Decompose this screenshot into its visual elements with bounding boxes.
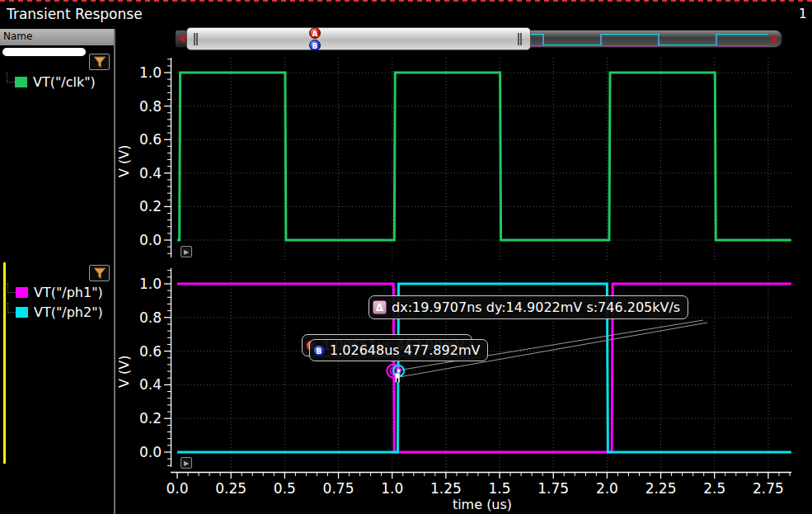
- strip-expand-button-bottom[interactable]: ▶: [181, 457, 192, 469]
- delta-text: dx:19.9707ns dy:14.9022mV s:746.205kV/s: [392, 299, 680, 315]
- marker-b-badge: B: [313, 345, 325, 356]
- svg-text:2.0: 2.0: [596, 480, 618, 497]
- x-axis-label: time (us): [177, 497, 787, 512]
- svg-text:0.25: 0.25: [215, 480, 246, 497]
- y-axis-label-bottom: V (V): [116, 309, 131, 433]
- svg-text:0.0: 0.0: [166, 480, 188, 497]
- svg-text:1.25: 1.25: [430, 480, 462, 497]
- svg-text:0.5: 0.5: [274, 480, 296, 497]
- strip-expand-button-top[interactable]: ▶: [181, 246, 192, 257]
- clk-plot-area[interactable]: [172, 56, 791, 260]
- svg-text:0.2: 0.2: [139, 410, 162, 427]
- svg-text:2.75: 2.75: [753, 480, 784, 497]
- svg-text:0.6: 0.6: [139, 131, 162, 148]
- svg-text:1.5: 1.5: [489, 480, 511, 497]
- svg-text:1.75: 1.75: [537, 480, 569, 497]
- svg-text:1.0: 1.0: [139, 276, 162, 292]
- delta-badge: Δ: [373, 300, 387, 314]
- svg-text:0.75: 0.75: [323, 480, 354, 497]
- svg-text:2.25: 2.25: [645, 480, 677, 497]
- y-axis-label-top: V (V): [116, 99, 131, 223]
- svg-text:0.4: 0.4: [139, 165, 162, 182]
- svg-text:0.8: 0.8: [139, 98, 162, 115]
- svg-text:1.0: 1.0: [139, 64, 162, 81]
- svg-text:0.2: 0.2: [139, 198, 162, 215]
- svg-text:2.5: 2.5: [703, 480, 725, 497]
- svg-text:0.0: 0.0: [139, 232, 162, 248]
- marker-b-text: 1.02648us 477.892mV: [330, 342, 480, 358]
- marker-b-readout[interactable]: B 1.02648us 477.892mV: [309, 339, 488, 361]
- svg-text:0.0: 0.0: [139, 444, 162, 460]
- delta-marker-readout[interactable]: Δ dx:19.9707ns dy:14.9022mV s:746.205kV/…: [368, 295, 688, 319]
- svg-text:0.4: 0.4: [139, 376, 162, 393]
- waveform-window: Transient Response 1 Name VT("/clk") VT(…: [0, 0, 812, 514]
- svg-text:1.0: 1.0: [381, 480, 403, 497]
- svg-text:0.6: 0.6: [139, 343, 162, 360]
- svg-text:0.8: 0.8: [139, 309, 162, 326]
